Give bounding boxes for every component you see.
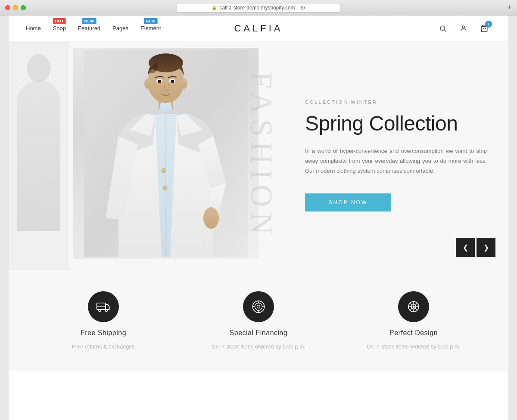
nav-shop[interactable]: HOT Shop bbox=[53, 23, 66, 33]
hero-image-area: FASHION bbox=[9, 41, 283, 270]
svg-point-0 bbox=[440, 26, 445, 31]
svg-point-7 bbox=[203, 207, 219, 229]
url-text: calfia-store-demo.myshopify.com bbox=[219, 5, 295, 11]
design-title: Perfect Design bbox=[389, 329, 438, 337]
url-bar[interactable]: 🔒 calfia-store-demo.myshopify.com ↻ bbox=[177, 3, 340, 12]
close-button[interactable] bbox=[5, 5, 10, 10]
add-tab-button[interactable]: + bbox=[507, 3, 512, 12]
nav-home[interactable]: Home bbox=[26, 23, 41, 33]
browser-dots bbox=[5, 5, 26, 10]
svg-point-17 bbox=[181, 78, 187, 89]
maximize-button[interactable] bbox=[21, 5, 26, 10]
svg-point-25 bbox=[257, 305, 260, 308]
feature-financing: Special Financing On in-stock items orde… bbox=[198, 291, 319, 350]
nav-shop-label: Shop bbox=[53, 25, 66, 31]
svg-point-13 bbox=[158, 80, 161, 83]
prev-arrow-icon: ❮ bbox=[463, 243, 468, 252]
svg-point-28 bbox=[413, 306, 414, 307]
element-badge: NEW bbox=[144, 18, 158, 24]
financing-icon bbox=[243, 291, 274, 322]
design-icon bbox=[398, 291, 429, 322]
browser-chrome: 🔒 calfia-store-demo.myshopify.com ↻ + bbox=[0, 0, 517, 16]
svg-point-15 bbox=[171, 80, 174, 83]
account-button[interactable] bbox=[457, 22, 470, 35]
nav-featured[interactable]: NEW Featured bbox=[78, 23, 100, 33]
lock-icon: 🔒 bbox=[212, 5, 217, 10]
svg-point-2 bbox=[462, 26, 465, 28]
nav-element[interactable]: NEW Element bbox=[140, 23, 161, 33]
prev-arrow[interactable]: ❮ bbox=[456, 238, 475, 257]
next-arrow[interactable]: ❯ bbox=[477, 238, 495, 257]
nav-pages-label: Pages bbox=[112, 25, 128, 31]
hero-main-image bbox=[73, 48, 258, 259]
hero-bg-figure bbox=[9, 41, 69, 270]
feature-design: Perfect Design On in-stock items ordered… bbox=[353, 291, 474, 350]
svg-point-20 bbox=[99, 309, 101, 311]
svg-line-1 bbox=[444, 30, 446, 31]
navigation: Home HOT Shop NEW Featured Pages NEW Ele… bbox=[9, 16, 508, 41]
site-logo[interactable]: CALFIA bbox=[234, 23, 283, 34]
website-container: Home HOT Shop NEW Featured Pages NEW Ele… bbox=[9, 16, 508, 420]
cart-count: 1 bbox=[485, 21, 492, 28]
nav-home-label: Home bbox=[26, 25, 41, 31]
shipping-icon bbox=[88, 291, 119, 322]
svg-point-9 bbox=[163, 186, 167, 190]
nav-featured-label: Featured bbox=[78, 25, 100, 31]
refresh-icon[interactable]: ↻ bbox=[300, 4, 305, 11]
hero-content: COLLECTION WINTER Spring Collection In a… bbox=[283, 41, 508, 270]
financing-subtitle: On in-stock items ordered by 5:00 p.m. bbox=[212, 344, 305, 350]
svg-point-24 bbox=[255, 303, 262, 311]
hero-title: Spring Collection bbox=[305, 112, 487, 135]
svg-point-21 bbox=[105, 309, 107, 311]
hero-nav-arrows: ❮ ❯ bbox=[456, 238, 495, 257]
hero-section: FASHION COLLECTION WINTER Spring Collect… bbox=[9, 41, 508, 270]
svg-point-16 bbox=[144, 78, 151, 89]
hero-subtitle: COLLECTION WINTER bbox=[305, 100, 487, 105]
next-arrow-icon: ❯ bbox=[483, 243, 489, 252]
design-subtitle: On in-stock items ordered by 5:00 p.m. bbox=[367, 344, 461, 350]
svg-rect-19 bbox=[97, 303, 106, 310]
featured-badge: NEW bbox=[82, 18, 97, 24]
features-section: Free Shipping Free returns & exchanges S… bbox=[9, 270, 508, 371]
shop-now-button[interactable]: SHOP NOW bbox=[305, 193, 391, 212]
minimize-button[interactable] bbox=[13, 5, 18, 10]
financing-title: Special Financing bbox=[230, 329, 288, 337]
svg-point-8 bbox=[162, 168, 166, 173]
cart-button[interactable]: 1 bbox=[477, 22, 491, 35]
search-button[interactable] bbox=[436, 22, 450, 35]
nav-pages[interactable]: Pages bbox=[112, 23, 128, 33]
shipping-subtitle: Free returns & exchanges bbox=[72, 344, 134, 350]
shop-badge: HOT bbox=[53, 18, 66, 24]
nav-right: 1 bbox=[436, 22, 491, 35]
nav-left: Home HOT Shop NEW Featured Pages NEW Ele… bbox=[26, 23, 161, 33]
shipping-title: Free Shipping bbox=[81, 329, 126, 337]
hero-description: In a world of hyper-convenience and over… bbox=[305, 146, 487, 176]
feature-shipping: Free Shipping Free returns & exchanges bbox=[43, 291, 164, 350]
nav-element-label: Element bbox=[140, 25, 161, 31]
